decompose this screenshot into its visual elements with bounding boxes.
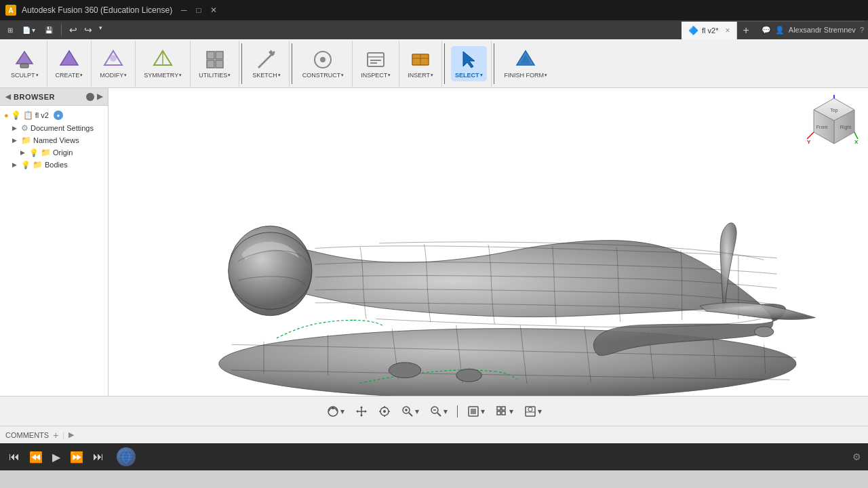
tab-icon: 🔷 <box>688 26 698 35</box>
select-button[interactable]: SELECT ▾ <box>451 46 487 81</box>
create-button[interactable]: CREATE ▾ <box>52 46 87 81</box>
redo-button[interactable]: ↪ <box>81 23 95 37</box>
insert-button[interactable]: INSERT ▾ <box>403 46 437 81</box>
content-area: ◀ BROWSER ▶ ● 💡 📋 fl v2 ● ▶ ⚙ Document S… <box>0 88 868 396</box>
inspect-group: INSPECT ▾ <box>353 41 399 87</box>
pan-button[interactable] <box>352 402 371 421</box>
window-controls: ─ □ ✕ <box>178 4 220 16</box>
svg-rect-7 <box>207 52 214 59</box>
svg-point-14 <box>320 57 326 62</box>
tree-item-bodies[interactable]: ▶ 💡 📁 Bodies <box>0 159 108 171</box>
toolbar-separator <box>61 24 62 36</box>
browser-left: ◀ BROWSER <box>5 93 55 101</box>
sculpt-label: SCULPT ▾ <box>11 72 39 79</box>
play-button[interactable]: ▶ <box>50 449 62 466</box>
undo-button[interactable]: ↩ <box>66 23 80 37</box>
svg-line-49 <box>854 132 858 139</box>
comments-divider: | <box>62 431 64 439</box>
sculpt-workspace-button[interactable]: SCULPT ▾ <box>7 46 43 81</box>
orbit-icon <box>327 405 339 418</box>
zoom-button[interactable]: ▾ <box>398 403 422 420</box>
grid-button[interactable]: ▾ <box>492 403 517 420</box>
tree-item-origin[interactable]: ▶ 💡 📁 Origin <box>0 146 108 159</box>
svg-marker-56 <box>360 415 363 417</box>
skip-end-button[interactable]: ⏭ <box>91 449 106 465</box>
add-comment-button[interactable]: + <box>53 430 58 441</box>
svg-rect-12 <box>269 49 275 56</box>
construct-button[interactable]: CONSTRUCT ▾ <box>298 46 349 81</box>
viewport[interactable]: Top Right Front Y X Z <box>108 88 868 396</box>
doc-settings-label: Document Settings <box>31 124 94 132</box>
finish-form-group: FINISH FORM ▾ <box>496 41 556 87</box>
save-button[interactable]: 💾 <box>41 25 56 35</box>
close-button[interactable]: ✕ <box>208 4 220 16</box>
svg-line-47 <box>807 132 814 139</box>
svg-rect-74 <box>497 407 500 410</box>
globe-icon <box>119 450 133 464</box>
browser-collapse-button[interactable]: ◀ <box>5 93 11 100</box>
look-at-button[interactable] <box>375 402 394 421</box>
cloud-globe-button[interactable] <box>117 447 136 466</box>
notification-button[interactable]: 💬 <box>762 26 771 35</box>
maximize-button[interactable]: □ <box>193 4 205 16</box>
orbit-button[interactable]: ▾ <box>323 403 348 420</box>
minimize-button[interactable]: ─ <box>178 4 190 16</box>
tree-arrow-origin: ▶ <box>20 149 27 156</box>
user-name: Alexsandr Stremnev <box>789 26 856 35</box>
utilities-button[interactable]: UTILITIES ▾ <box>195 46 235 81</box>
svg-rect-76 <box>497 411 500 415</box>
3d-model-view <box>108 88 868 396</box>
select-label: SELECT ▾ <box>455 72 483 79</box>
insert-icon <box>410 49 431 70</box>
viewcube[interactable]: Top Right Front Y X Z <box>807 95 861 149</box>
browser-options-button[interactable] <box>86 93 94 101</box>
help-button[interactable]: ? <box>860 26 864 35</box>
light-icon-bodies: 💡 <box>21 161 31 169</box>
finish-form-button[interactable]: FINISH FORM ▾ <box>500 46 552 81</box>
tree-item-named-views[interactable]: ▶ 📁 Named Views <box>0 134 108 146</box>
sculpt-icon <box>14 49 35 70</box>
modify-button[interactable]: MODIFY ▾ <box>96 46 131 81</box>
symmetry-label: SYMMETRY ▾ <box>144 72 182 79</box>
inspect-button[interactable]: INSPECT ▾ <box>357 46 395 81</box>
sketch-button[interactable]: SKETCH ▾ <box>248 46 285 81</box>
bodies-label: Bodies <box>45 161 68 169</box>
fast-forward-button[interactable]: ⏩ <box>68 449 85 466</box>
svg-marker-58 <box>365 410 367 413</box>
tree-item-doc-settings[interactable]: ▶ ⚙ Document Settings <box>0 122 108 134</box>
rewind-button[interactable]: ⏪ <box>27 449 45 466</box>
app-menu-button[interactable]: ⊞ <box>4 25 16 35</box>
environment-button[interactable]: ▾ <box>521 403 545 420</box>
file-tab[interactable]: 🔷 fl v2* × <box>682 22 737 39</box>
tree-item-root[interactable]: ● 💡 📋 fl v2 ● <box>0 108 108 122</box>
comments-expand-button[interactable]: ▶ <box>68 430 74 439</box>
symmetry-button[interactable]: SYMMETRY ▾ <box>140 46 186 81</box>
insert-label: INSERT ▾ <box>408 72 433 79</box>
tree-root-label: fl v2 <box>35 111 49 119</box>
svg-rect-9 <box>207 60 214 68</box>
bottom-toolbar: ▾ <box>0 396 868 426</box>
create-icon <box>58 49 80 70</box>
comments-label: COMMENTS <box>5 431 49 439</box>
skip-start-button[interactable]: ⏮ <box>7 449 22 465</box>
app-icon: A <box>5 5 16 16</box>
display-mode-button[interactable]: ▾ <box>464 403 488 420</box>
browser-right: ▶ <box>86 92 102 101</box>
svg-marker-55 <box>360 406 363 408</box>
tree-arrow-doc-settings: ▶ <box>12 125 19 131</box>
settings-button[interactable]: ⚙ <box>852 451 861 462</box>
svg-marker-2 <box>60 51 78 65</box>
browser-expand-button[interactable]: ▶ <box>97 92 102 101</box>
origin-label: Origin <box>53 148 73 157</box>
zoom-out-button[interactable]: ▾ <box>427 403 451 420</box>
undo-history-button[interactable]: ▾ <box>96 23 105 37</box>
construct-icon <box>312 49 334 70</box>
file-menu-button[interactable]: 📄▾ <box>19 25 39 35</box>
symmetry-group: SYMMETRY ▾ <box>136 41 191 87</box>
account-button[interactable]: 👤 <box>775 26 785 35</box>
tree-area: ● 💡 📋 fl v2 ● ▶ ⚙ Document Settings ▶ 📁 … <box>0 106 108 396</box>
tab-close-button[interactable]: × <box>725 26 730 35</box>
new-tab-button[interactable]: + <box>737 24 754 37</box>
folder-icon-bodies: 📁 <box>33 160 43 169</box>
grid-arrow: ▾ <box>509 407 513 416</box>
